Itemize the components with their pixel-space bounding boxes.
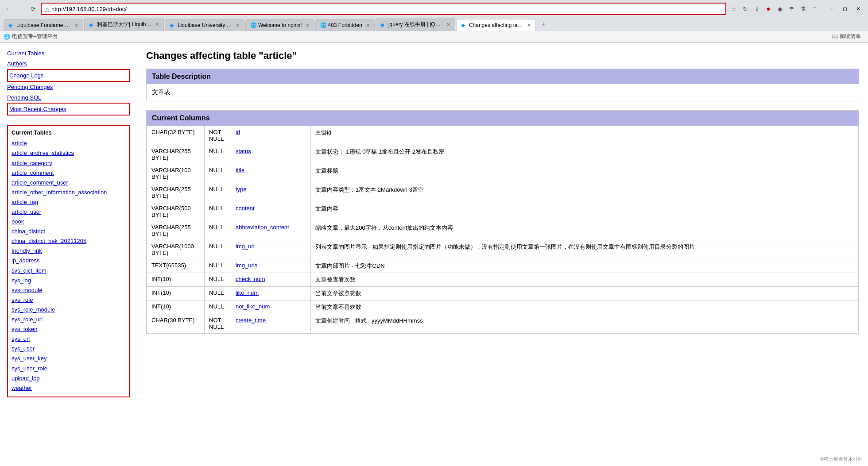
col-name-link[interactable]: content — [236, 205, 255, 212]
star-icon[interactable]: ☆ — [729, 4, 739, 14]
table-link-article_other_information_association[interactable]: article_other_information_association — [12, 188, 125, 197]
tab-liquibase-university[interactable]: ◆ Liquibase University |... ✕ — [165, 19, 244, 31]
col-nullable: NULL — [205, 183, 231, 202]
col-name-link[interactable]: title — [236, 167, 244, 173]
table-link-china_district[interactable]: china_district — [12, 227, 125, 236]
sidebar-item-current-tables[interactable]: Current Tables — [7, 48, 130, 58]
address-input[interactable] — [51, 6, 722, 12]
close-button[interactable]: ✕ — [852, 3, 864, 15]
tab-close-icon[interactable]: ✕ — [366, 23, 370, 28]
forward-button[interactable]: → — [16, 4, 26, 14]
table-link-china_district_bak_20211205[interactable]: china_district_bak_20211205 — [12, 236, 125, 246]
sidebar-item-pending-sql[interactable]: Pending SQL — [7, 92, 130, 103]
sidebar-nav: Current Tables Authors Change Logs Pendi… — [7, 48, 130, 116]
new-tab-button[interactable]: + — [537, 18, 550, 31]
tab-label: Liquibase Fundament... — [16, 22, 71, 28]
tab-liquibase-university-cn[interactable]: ◆ 利基巴斯大学| Liquiba... ✕ — [84, 18, 164, 31]
tab-403[interactable]: 🌐 403 Forbidden ✕ — [315, 19, 375, 31]
minimize-button[interactable]: − — [825, 3, 838, 15]
sidebar-item-pending-changes[interactable]: Pending Changes — [7, 82, 130, 92]
back-button[interactable]: ← — [4, 4, 13, 14]
table-link-sys_role_url[interactable]: sys_role_url — [12, 315, 125, 324]
refresh-button[interactable]: ⟳ — [28, 4, 38, 14]
col-name-link[interactable]: type — [236, 186, 247, 193]
table-link-sys_user[interactable]: sys_user — [12, 344, 125, 354]
tab-close-icon[interactable]: ✕ — [236, 23, 240, 28]
tab-jquery[interactable]: ◆ jquery 在线手册 | jQue... ✕ — [376, 18, 455, 31]
table-description-header: Table Description — [147, 69, 859, 84]
col-nullable: NULL — [205, 300, 231, 314]
current-columns-section: Current Columns CHAR(32 BYTE)NOT NULLid主… — [146, 110, 859, 334]
col-name-link[interactable]: status — [236, 148, 251, 154]
extensions-icon[interactable]: ⚗ — [798, 4, 808, 14]
table-link-book[interactable]: book — [12, 217, 125, 227]
table-link-sys_role[interactable]: sys_role — [12, 295, 125, 305]
table-link-article_comment[interactable]: article_comment — [12, 168, 125, 178]
table-link-sys_user_key[interactable]: sys_user_key — [12, 354, 125, 363]
tab-close-icon[interactable]: ✕ — [306, 23, 310, 28]
table-link-article_category[interactable]: article_category — [12, 158, 125, 168]
sidebar-item-most-recent-changes[interactable]: Most Recent Changes — [7, 103, 130, 116]
table-link-article_archive_statistics[interactable]: article_archive_statistics — [12, 148, 125, 158]
col-name-link[interactable]: check_num — [236, 276, 265, 282]
table-row: VARCHAR(255 BYTE)NULLtype文章内容类型：1富文本 2Ma… — [147, 183, 859, 202]
tab-favicon: ◆ — [170, 22, 176, 28]
table-link-article_comment_user[interactable]: article_comment_user — [12, 178, 125, 188]
tab-changes-affecting[interactable]: ◆ Changes affecting tab... ✕ — [456, 19, 536, 31]
table-link-friendly_link[interactable]: friendly_link — [12, 246, 125, 256]
reading-mode-icon[interactable]: 📖 阅读清单 — [832, 33, 861, 40]
col-name-link[interactable]: create_time — [236, 317, 266, 324]
col-type: VARCHAR(100 BYTE) — [147, 164, 205, 183]
tab-nginx[interactable]: 🌐 Welcome to nginx! ✕ — [245, 19, 314, 31]
col-name-link[interactable]: id — [236, 129, 240, 135]
table-link-sys_module[interactable]: sys_module — [12, 285, 125, 295]
col-description: 文章状态；-1违规 0草稿 1发布且公开 2发布且私密 — [311, 145, 859, 164]
table-description-section: Table Description 文章表 — [146, 69, 859, 101]
table-row: VARCHAR(255 BYTE)NULLstatus文章状态；-1违规 0草稿… — [147, 145, 859, 164]
sidebar-item-change-logs[interactable]: Change Logs — [7, 69, 130, 82]
col-type: VARCHAR(255 BYTE) — [147, 145, 205, 164]
download-icon[interactable]: ⇓ — [752, 4, 762, 14]
col-description: 列表文章的图片显示 - 如果指定则使用指定的图片（功能未做），没有指定则使用文章… — [311, 240, 859, 259]
table-link-sys_dict_item[interactable]: sys_dict_item — [12, 266, 125, 276]
table-link-sys_role_module[interactable]: sys_role_module — [12, 305, 125, 315]
toolbar-row: 🌐 电信宽带--管理平台 📖 阅读清单 — [0, 31, 868, 42]
col-name-link[interactable]: not_like_num — [236, 303, 270, 310]
col-type: VARCHAR(500 BYTE) — [147, 202, 205, 221]
table-link-sys_user_role[interactable]: sys_user_role — [12, 364, 125, 374]
globe-icon: 🌐 — [4, 34, 10, 40]
table-row: VARCHAR(255 BYTE)NULLabbreviation_conten… — [147, 221, 859, 240]
table-link-sys_token[interactable]: sys_token — [12, 324, 125, 334]
sync-icon[interactable]: ☂ — [787, 4, 796, 14]
col-name-link[interactable]: img_url — [236, 243, 255, 250]
tab-favicon: ◆ — [461, 22, 467, 28]
col-description: 文章标题 — [311, 164, 859, 183]
col-name-link[interactable]: abbreviation_content — [236, 224, 289, 231]
table-link-weather[interactable]: weather — [12, 383, 125, 393]
table-link-article[interactable]: article — [12, 139, 125, 148]
tab-close-icon[interactable]: ✕ — [74, 23, 78, 28]
col-nullable: NOT NULL — [205, 126, 231, 145]
table-link-sys_url[interactable]: sys_url — [12, 334, 125, 344]
col-type: VARCHAR(1000 BYTE) — [147, 240, 205, 259]
table-link-upload_log[interactable]: upload_log — [12, 374, 125, 383]
col-name-link[interactable]: like_num — [236, 289, 259, 296]
restore-button[interactable]: ◻ — [839, 3, 851, 15]
table-link-article_user[interactable]: article_user — [12, 207, 125, 217]
address-bar-container[interactable]: △ — [41, 3, 726, 15]
col-nullable: NULL — [205, 221, 231, 240]
tab-close-icon[interactable]: ✕ — [155, 22, 159, 27]
menu-icon[interactable]: ≡ — [810, 4, 819, 14]
col-name-link[interactable]: img_urls — [236, 262, 257, 269]
history-icon[interactable]: ↻ — [740, 4, 750, 14]
table-link-sys_log[interactable]: sys_log — [12, 276, 125, 285]
tab-close-icon[interactable]: ✕ — [527, 23, 531, 28]
profile-icon[interactable]: ● — [763, 4, 773, 14]
tab-liquibase-fundamentals[interactable]: ◆ Liquibase Fundament... ✕ — [4, 19, 83, 31]
col-name-cell: title — [231, 164, 311, 183]
shield-icon[interactable]: ◆ — [775, 4, 785, 14]
tab-close-icon[interactable]: ✕ — [446, 22, 450, 27]
sidebar-item-authors[interactable]: Authors — [7, 58, 130, 69]
table-link-ip_address[interactable]: ip_address — [12, 256, 125, 266]
table-link-article_tag[interactable]: article_tag — [12, 197, 125, 207]
